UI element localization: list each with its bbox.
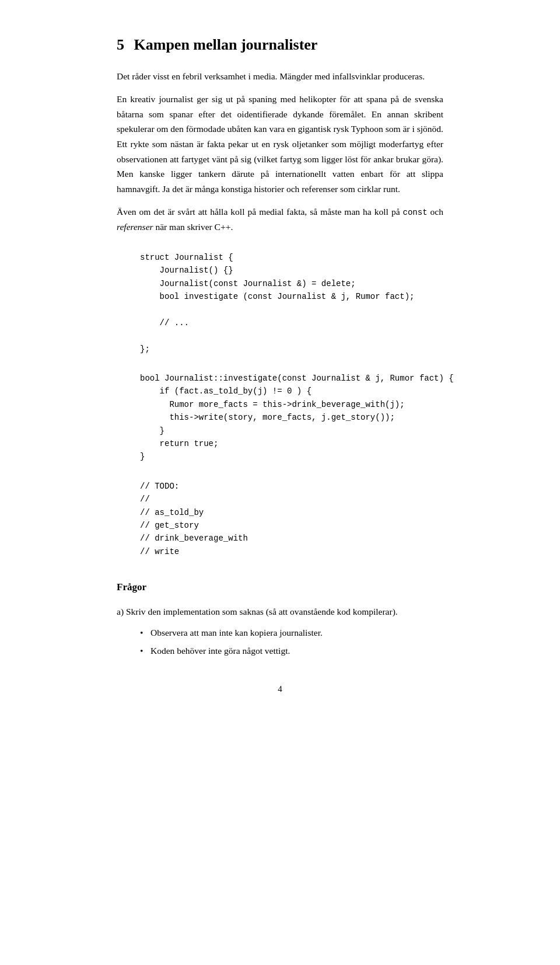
- question-a-label: a): [117, 607, 126, 616]
- chapter-title: 5 Kampen mellan journalister: [117, 35, 443, 55]
- bullet-item-1: Observera att man inte kan kopiera journ…: [140, 625, 443, 640]
- code-block-todo: // TODO: // // as_told_by // get_story /…: [140, 480, 443, 558]
- page-number: 4: [117, 682, 443, 696]
- bullet-item-2: Koden behöver inte göra något vettigt.: [140, 643, 443, 659]
- code-block-impl: bool Journalist::investigate(const Journ…: [140, 372, 443, 464]
- bullet-list: Observera att man inte kan kopiera journ…: [140, 625, 443, 659]
- question-a: a) Skriv den implementation som saknas (…: [117, 604, 443, 619]
- code-block-struct: struct Journalist { Journalist() {} Jour…: [140, 251, 443, 356]
- paragraph-1: Det råder visst en febril verksamhet i m…: [117, 69, 443, 84]
- paragraph-3: Även om det är svårt att hålla koll på m…: [117, 204, 443, 235]
- chapter-title-text: Kampen mellan journalister: [134, 36, 318, 53]
- paragraph-2: En kreativ journalist ger sig ut på span…: [117, 92, 443, 196]
- question-a-text: Skriv den implementation som saknas (så …: [126, 607, 398, 616]
- page: 5 Kampen mellan journalister Det råder v…: [70, 0, 490, 743]
- chapter-number: 5: [117, 36, 124, 53]
- questions-section-title: Frågor: [117, 579, 443, 595]
